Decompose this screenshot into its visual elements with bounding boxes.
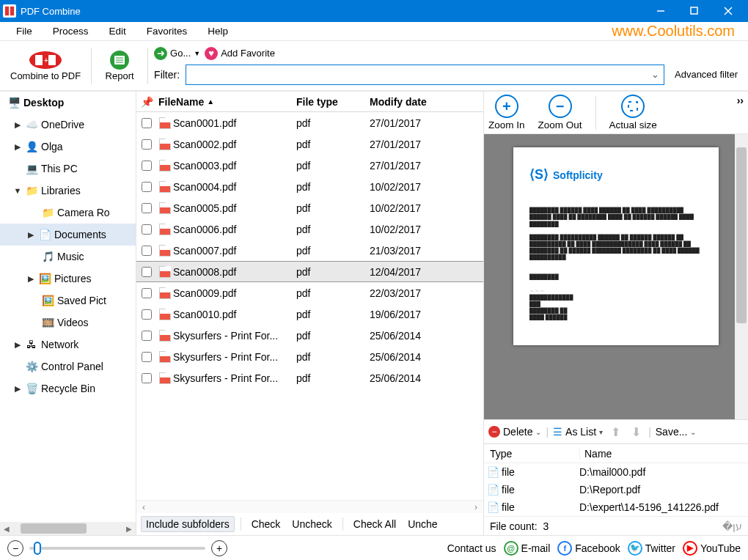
file-row[interactable]: Scan0004.pdf pdf 10/02/2017 bbox=[136, 176, 483, 197]
file-checkbox[interactable] bbox=[142, 267, 152, 277]
heart-icon: ♥ bbox=[205, 47, 218, 60]
col-type[interactable]: File type bbox=[296, 96, 370, 108]
queue-row[interactable]: 📄 file D:\mail000.pdf bbox=[484, 463, 748, 481]
file-checkbox[interactable] bbox=[142, 352, 152, 362]
zoom-out-button[interactable]: −Zoom Out bbox=[538, 95, 582, 130]
resize-grip-icon[interactable]: �ען bbox=[722, 520, 742, 532]
file-checkbox[interactable] bbox=[142, 309, 152, 320]
tree-cameraroll[interactable]: 📁Camera Ro bbox=[0, 202, 136, 224]
qcol-type[interactable]: Type bbox=[484, 448, 579, 460]
queue-row[interactable]: 📄 file D:\Report.pdf bbox=[484, 481, 748, 498]
tree-onedrive[interactable]: ▶☁️OneDrive bbox=[0, 114, 136, 136]
file-row[interactable]: Scan0007.pdf pdf 21/03/2017 bbox=[136, 240, 483, 261]
move-down-button[interactable]: ⬇ bbox=[628, 424, 644, 440]
file-checkbox[interactable] bbox=[142, 224, 152, 235]
maximize-button[interactable] bbox=[678, 0, 711, 22]
pdf-icon bbox=[157, 266, 173, 278]
file-checkbox[interactable] bbox=[142, 246, 152, 256]
file-type: pdf bbox=[296, 181, 370, 193]
youtube-link[interactable]: ▶YouTube bbox=[683, 541, 741, 556]
file-row[interactable]: Scan0008.pdf pdf 12/04/2017 bbox=[136, 261, 483, 282]
file-checkbox[interactable] bbox=[142, 373, 152, 383]
uncheck-button[interactable]: Uncheck bbox=[287, 517, 336, 531]
qcol-name[interactable]: Name bbox=[579, 448, 748, 460]
file-row[interactable]: Scan0006.pdf pdf 10/02/2017 bbox=[136, 218, 483, 240]
tree-thispc[interactable]: 💻This PC bbox=[0, 158, 136, 180]
close-button[interactable] bbox=[711, 0, 745, 22]
tree-scrollbar[interactable]: ◀▶ bbox=[0, 522, 136, 535]
file-row[interactable]: Skysurfers - Print For... pdf 25/06/2014 bbox=[136, 325, 483, 346]
tree-music[interactable]: 🎵Music bbox=[0, 246, 136, 268]
menu-edit[interactable]: Edit bbox=[99, 23, 136, 40]
tree-network[interactable]: ▶🖧Network bbox=[0, 334, 136, 355]
svg-rect-7 bbox=[35, 55, 43, 65]
file-checkbox[interactable] bbox=[142, 331, 152, 341]
combine-to-pdf-button[interactable]: + Combine to PDF bbox=[6, 48, 85, 83]
file-checkbox[interactable] bbox=[142, 139, 152, 150]
zoom-in-button[interactable]: +Zoom In bbox=[488, 95, 525, 130]
include-subfolders-toggle[interactable]: Include subfolders bbox=[141, 516, 235, 532]
as-list-button[interactable]: ☰As List▾ bbox=[553, 426, 603, 438]
file-row[interactable]: Scan0009.pdf pdf 22/03/2017 bbox=[136, 282, 483, 303]
tree-videos[interactable]: 🎞️Videos bbox=[0, 312, 136, 334]
check-button[interactable]: Check bbox=[247, 517, 285, 531]
minimize-button[interactable] bbox=[644, 0, 678, 22]
queue-name: D:\expert\14-5196_141226.pdf bbox=[579, 501, 748, 513]
advanced-filter-link[interactable]: Advanced filter bbox=[670, 69, 742, 80]
menu-help[interactable]: Help bbox=[197, 23, 238, 40]
zoom-slider[interactable] bbox=[29, 547, 205, 550]
queue-row[interactable]: 📄 file D:\expert\14-5196_141226.pdf bbox=[484, 498, 748, 516]
preview-scrollbar[interactable] bbox=[735, 134, 748, 419]
check-all-button[interactable]: Check All bbox=[349, 517, 400, 531]
brand-link[interactable]: www.Coolutils.com bbox=[612, 23, 735, 40]
tree-user[interactable]: ▶👤Olga bbox=[0, 136, 136, 158]
col-name[interactable]: FileName▲ bbox=[157, 96, 296, 108]
uncheck-all-button[interactable]: Unche bbox=[403, 517, 441, 531]
tree-pictures[interactable]: ▶🖼️Pictures bbox=[0, 268, 136, 290]
file-row[interactable]: Skysurfers - Print For... pdf 25/06/2014 bbox=[136, 367, 483, 388]
file-count: File count: 3 �ען bbox=[484, 516, 748, 535]
col-date[interactable]: Modify date bbox=[370, 96, 483, 108]
pdf-icon bbox=[157, 160, 173, 172]
zoom-minus-button[interactable]: − bbox=[7, 540, 23, 556]
delete-button[interactable]: −Delete⌄ bbox=[488, 426, 541, 438]
toolbar: + Combine to PDF Report ➜ Go... ▼ ♥ Add … bbox=[0, 41, 748, 91]
filter-input[interactable]: ⌄ bbox=[186, 65, 664, 85]
file-row[interactable]: Skysurfers - Print For... pdf 25/06/2014 bbox=[136, 346, 483, 367]
file-checkbox[interactable] bbox=[142, 203, 152, 213]
file-row[interactable]: Scan0001.pdf pdf 27/01/2017 bbox=[136, 112, 483, 133]
file-checkbox[interactable] bbox=[142, 161, 152, 171]
file-checkbox[interactable] bbox=[142, 288, 152, 298]
tree-desktop[interactable]: 🖥️Desktop bbox=[0, 92, 136, 114]
file-checkbox[interactable] bbox=[142, 182, 152, 192]
file-name: Scan0001.pdf bbox=[173, 117, 296, 129]
preview-area[interactable]: ⟨S⟩Softplicity ████████ ██████ ████ ████… bbox=[484, 134, 748, 419]
contact-us-label: Contact us bbox=[447, 542, 496, 554]
menu-process[interactable]: Process bbox=[43, 23, 99, 40]
file-scrollbar[interactable]: ‹› bbox=[136, 500, 483, 513]
email-link[interactable]: @E-mail bbox=[504, 541, 551, 556]
add-favorite-button[interactable]: ♥ Add Favorite bbox=[205, 47, 275, 60]
tree-libraries[interactable]: ▼📁Libraries bbox=[0, 180, 136, 202]
svg-rect-3 bbox=[691, 7, 697, 14]
twitter-link[interactable]: 🐦Twitter bbox=[628, 541, 675, 556]
move-up-button[interactable]: ⬆ bbox=[607, 424, 623, 440]
tree-saved-pictures[interactable]: 🖼️Saved Pict bbox=[0, 290, 136, 312]
facebook-link[interactable]: fFacebook bbox=[557, 541, 620, 556]
file-row[interactable]: Scan0002.pdf pdf 27/01/2017 bbox=[136, 133, 483, 155]
actual-size-button[interactable]: Actual size bbox=[609, 95, 657, 130]
more-tools-button[interactable]: ›› bbox=[737, 95, 744, 106]
save-queue-button[interactable]: Save...⌄ bbox=[656, 426, 697, 438]
menu-favorites[interactable]: Favorites bbox=[136, 23, 198, 40]
file-row[interactable]: Scan0003.pdf pdf 27/01/2017 bbox=[136, 155, 483, 176]
file-row[interactable]: Scan0010.pdf pdf 19/06/2017 bbox=[136, 303, 483, 325]
tree-controlpanel[interactable]: ⚙️Control Panel bbox=[0, 355, 136, 377]
report-button[interactable]: Report bbox=[98, 48, 142, 83]
tree-recyclebin[interactable]: ▶🗑️Recycle Bin bbox=[0, 377, 136, 399]
menu-file[interactable]: File bbox=[6, 23, 43, 40]
zoom-plus-button[interactable]: + bbox=[211, 540, 227, 556]
tree-documents[interactable]: ▶📄Documents bbox=[0, 224, 136, 246]
go-button[interactable]: ➜ Go... ▼ bbox=[154, 47, 200, 60]
file-row[interactable]: Scan0005.pdf pdf 10/02/2017 bbox=[136, 197, 483, 218]
file-checkbox[interactable] bbox=[142, 118, 152, 128]
